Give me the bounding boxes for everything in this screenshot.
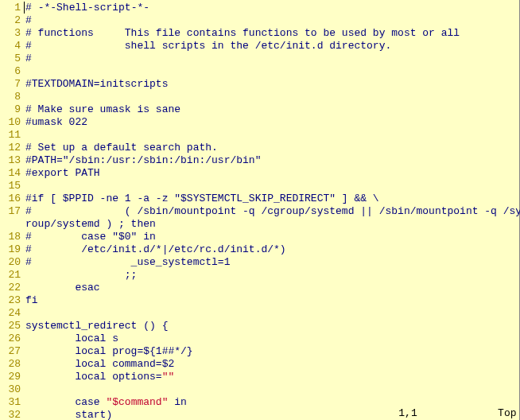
line-number: 1 — [2, 2, 21, 14]
code-line[interactable]: 16#if [ $PPID -ne 1 -a -z "$SYSTEMCTL_SK… — [2, 192, 519, 205]
code-line[interactable]: 17# ( /sbin/mountpoint -q /cgroup/system… — [2, 205, 519, 218]
code-text: # _use_systemctl=1 — [25, 256, 230, 268]
line-number: 15 — [2, 180, 21, 192]
line-number: 12 — [2, 142, 21, 154]
code-area[interactable]: 1# -*-Shell-script-*-2#3# functions This… — [0, 0, 519, 420]
line-number: 23 — [2, 294, 21, 307]
code-line[interactable]: 27 local prog=${1##*/} — [2, 345, 519, 358]
code-line[interactable]: 22 esac — [2, 282, 519, 294]
cursor: # — [25, 2, 32, 14]
code-text: in — [168, 396, 186, 408]
line-number: 9 — [2, 103, 21, 116]
line-number: 27 — [2, 345, 21, 358]
vim-editor[interactable]: 1# -*-Shell-script-*-2#3# functions This… — [0, 0, 520, 420]
code-line[interactable]: 23fi — [2, 294, 519, 307]
code-text: # — [25, 2, 38, 14]
line-number: 24 — [2, 307, 21, 320]
code-text: "" — [162, 371, 175, 383]
code-text: #umask 022 — [25, 116, 87, 128]
code-line[interactable]: 12# Set up a default search path. — [2, 142, 519, 154]
code-line[interactable]: 2# — [2, 14, 519, 27]
code-line[interactable]: 4# shell scripts in the /etc/init.d dire… — [2, 40, 519, 52]
code-line[interactable]: 6 — [2, 65, 519, 78]
line-number: 2 — [2, 14, 21, 27]
line-number: 7 — [2, 78, 21, 91]
code-text: #if [ $PPID -ne 1 -a -z "$SYSTEMCTL_SKIP… — [25, 192, 379, 204]
code-line[interactable]: 30 — [2, 383, 519, 396]
code-line[interactable]: 10#umask 022 — [2, 116, 519, 129]
code-text: local options= — [25, 371, 162, 383]
code-line[interactable]: 20# _use_systemctl=1 — [2, 256, 519, 269]
line-number: 29 — [2, 371, 21, 383]
code-line[interactable]: 25systemctl_redirect () { — [2, 320, 519, 332]
code-text: # /etc/init.d/*|/etc/rc.d/init.d/*) — [25, 243, 286, 255]
status-bar: 1,1 Top — [0, 407, 519, 420]
code-line[interactable]: 15 — [2, 180, 519, 192]
code-text: local prog=${1##*/} — [25, 345, 193, 357]
line-number: 4 — [2, 40, 21, 52]
line-number: 13 — [2, 154, 21, 167]
code-text: #export PATH — [25, 167, 100, 179]
line-number: 26 — [2, 332, 21, 345]
code-text: # case "$0" in — [25, 231, 156, 243]
code-line[interactable]: 18# case "$0" in — [2, 231, 519, 243]
code-line[interactable]: roup/systemd ) ; then — [2, 218, 519, 231]
code-text: #TEXTDOMAIN=initscripts — [25, 78, 168, 90]
code-text: # Set up a default search path. — [25, 142, 218, 154]
code-text: ;; — [25, 269, 137, 281]
line-number: 8 — [2, 91, 21, 103]
code-line[interactable]: 5# — [2, 52, 519, 65]
code-line[interactable]: 28 local command=$2 — [2, 358, 519, 371]
code-line[interactable]: 14#export PATH — [2, 167, 519, 180]
line-number: 6 — [2, 65, 21, 78]
code-line[interactable]: 1# -*-Shell-script-*- — [2, 2, 519, 14]
code-line[interactable]: 3# functions This file contains function… — [2, 27, 519, 40]
line-number: 22 — [2, 282, 21, 294]
code-text: fi — [25, 294, 38, 306]
line-number: 18 — [2, 231, 21, 243]
code-line[interactable]: 29 local options="" — [2, 371, 519, 383]
code-text: roup/systemd ) ; then — [25, 218, 156, 230]
line-number: 20 — [2, 256, 21, 269]
code-text: # Make sure umask is sane — [25, 103, 180, 115]
code-text: local command=$2 — [25, 358, 174, 370]
line-number: 11 — [2, 129, 21, 142]
code-text: case — [25, 396, 106, 408]
line-number: 16 — [2, 192, 21, 205]
code-text: esac — [25, 282, 100, 294]
code-text: # functions This file contains functions… — [25, 27, 460, 39]
line-number: 3 — [2, 27, 21, 40]
code-text: systemctl_redirect () { — [25, 320, 168, 332]
code-line[interactable]: 19# /etc/init.d/*|/etc/rc.d/init.d/*) — [2, 243, 519, 256]
line-number: 25 — [2, 320, 21, 332]
code-text: # shell scripts in the /etc/init.d direc… — [25, 40, 391, 52]
code-line[interactable]: 26 local s — [2, 332, 519, 345]
line-number: 14 — [2, 167, 21, 180]
code-text: -*-Shell-script-*- — [38, 2, 149, 14]
line-number: 10 — [2, 116, 21, 129]
line-number: 28 — [2, 358, 21, 371]
line-number: 17 — [2, 205, 21, 218]
line-number: 21 — [2, 269, 21, 282]
code-text: # — [25, 52, 32, 64]
code-line[interactable]: 24 — [2, 307, 519, 320]
code-text: local s — [25, 332, 118, 344]
code-line[interactable]: 7#TEXTDOMAIN=initscripts — [2, 78, 519, 91]
line-number: 5 — [2, 52, 21, 65]
line-number: 19 — [2, 243, 21, 256]
code-line[interactable]: 21 ;; — [2, 269, 519, 282]
code-text: "$command" — [106, 396, 168, 408]
code-line[interactable]: 9# Make sure umask is sane — [2, 103, 519, 116]
code-line[interactable]: 13#PATH="/sbin:/usr:/sbin:/bin:/usr/bin" — [2, 154, 519, 167]
line-number: 30 — [2, 383, 21, 396]
code-line[interactable]: 8 — [2, 91, 519, 103]
code-line[interactable]: 11 — [2, 129, 519, 142]
code-text: #PATH="/sbin:/usr:/sbin:/bin:/usr/bin" — [25, 154, 261, 166]
code-text: # — [25, 14, 32, 26]
code-text: # ( /sbin/mountpoint -q /cgroup/systemd … — [25, 205, 520, 217]
